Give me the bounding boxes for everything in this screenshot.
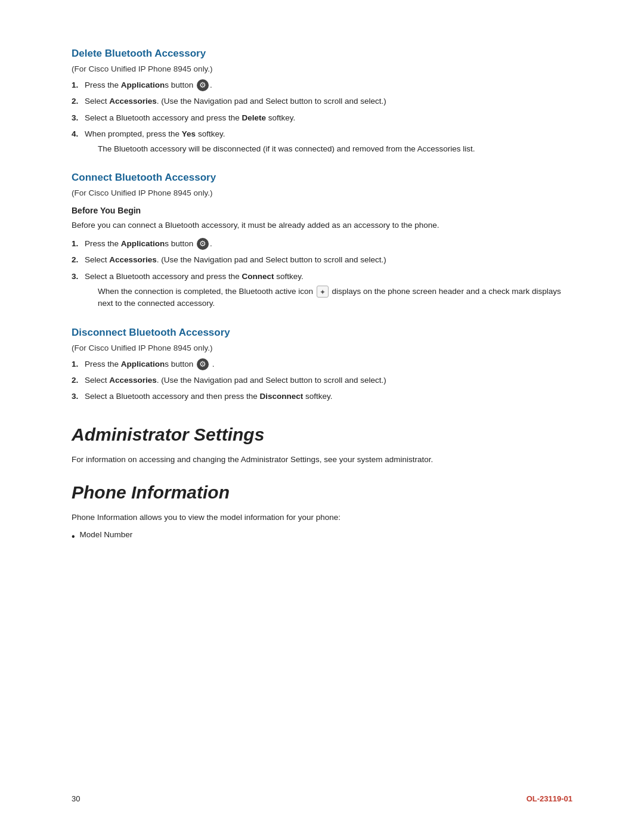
disconnect-step-2: 2. Select Accessories. (Use the Navigati… [72, 374, 572, 386]
disconnect-step-2-num: 2. [72, 374, 85, 386]
disconnect-step-3-content: Select a Bluetooth accessory and then pr… [85, 391, 572, 402]
delete-step-2-num: 2. [72, 95, 85, 107]
connect-step-2: 2. Select Accessories. (Use the Navigati… [72, 254, 572, 266]
page-footer: 30 OL-23119-01 [72, 794, 572, 803]
phone-info-body: Phone Information allows you to view the… [72, 511, 572, 524]
disconnect-step-1-num: 1. [72, 358, 85, 370]
delete-bluetooth-heading: Delete Bluetooth Accessory [72, 48, 572, 60]
phone-info-section: Phone Information Phone Information allo… [72, 482, 572, 543]
delete-step-2-content: Select Accessories. (Use the Navigation … [85, 95, 572, 107]
delete-bluetooth-section: Delete Bluetooth Accessory (For Cisco Un… [72, 48, 572, 155]
connect-step-1-content: Press the Applications button . [85, 238, 572, 250]
before-you-begin-heading: Before You Begin [72, 206, 572, 215]
connect-note: When the connection is completed, the Bl… [98, 286, 572, 310]
delete-step-4: 4. When prompted, press the Yes softkey.… [72, 128, 572, 156]
delete-step-3: 3. Select a Bluetooth accessory and pres… [72, 112, 572, 124]
disconnect-step-1-content: Press the Applications button . [85, 358, 572, 370]
phone-info-heading: Phone Information [72, 482, 572, 503]
disconnect-bluetooth-heading: Disconnect Bluetooth Accessory [72, 327, 572, 339]
bluetooth-active-icon: ✦ [317, 286, 329, 298]
connect-step-1: 1. Press the Applications button . [72, 238, 572, 250]
disconnect-bluetooth-section: Disconnect Bluetooth Accessory (For Cisc… [72, 327, 572, 403]
apps-icon-connect-1 [197, 238, 209, 250]
delete-step-4-content: When prompted, press the Yes softkey. Th… [85, 128, 572, 156]
delete-step-1-num: 1. [72, 79, 85, 91]
disconnect-steps-list: 1. Press the Applications button . 2. Se… [72, 358, 572, 403]
connect-for-note: (For Cisco Unified IP Phone 8945 only.) [72, 188, 572, 197]
footer-page-number: 30 [72, 794, 80, 803]
disconnect-step-2-content: Select Accessories. (Use the Navigation … [85, 374, 572, 386]
connect-step-2-num: 2. [72, 254, 85, 266]
connect-bluetooth-section: Connect Bluetooth Accessory (For Cisco U… [72, 172, 572, 309]
delete-step-2: 2. Select Accessories. (Use the Navigati… [72, 95, 572, 107]
disconnect-step-3: 3. Select a Bluetooth accessory and then… [72, 391, 572, 402]
disconnect-step-1: 1. Press the Applications button . [72, 358, 572, 370]
phone-info-model-number: Model Number [72, 530, 572, 543]
apps-icon-delete-1 [197, 79, 209, 91]
footer-doc-number: OL-23119-01 [527, 794, 572, 803]
connect-step-2-content: Select Accessories. (Use the Navigation … [85, 254, 572, 266]
phone-info-model-number-text: Model Number [80, 530, 133, 539]
connect-step-1-num: 1. [72, 238, 85, 250]
delete-for-note: (For Cisco Unified IP Phone 8945 only.) [72, 64, 572, 73]
disconnect-step-3-num: 3. [72, 391, 85, 402]
connect-bluetooth-heading: Connect Bluetooth Accessory [72, 172, 572, 184]
delete-note: The Bluetooth accessory will be disconne… [98, 143, 572, 155]
phone-info-list: Model Number [72, 530, 572, 543]
connect-step-3-content: Select a Bluetooth accessory and press t… [85, 271, 572, 310]
page: Delete Bluetooth Accessory (For Cisco Un… [0, 0, 644, 833]
delete-step-4-num: 4. [72, 128, 85, 140]
delete-step-1: 1. Press the Applications button . [72, 79, 572, 91]
delete-step-3-content: Select a Bluetooth accessory and press t… [85, 112, 572, 124]
admin-settings-section: Administrator Settings For information o… [72, 425, 572, 466]
before-you-begin-body: Before you can connect a Bluetooth acces… [72, 219, 572, 232]
delete-step-3-num: 3. [72, 112, 85, 124]
disconnect-for-note: (For Cisco Unified IP Phone 8945 only.) [72, 343, 572, 352]
apps-icon-disconnect-1 [197, 358, 209, 370]
connect-step-3: 3. Select a Bluetooth accessory and pres… [72, 271, 572, 310]
admin-settings-heading: Administrator Settings [72, 425, 572, 445]
delete-steps-list: 1. Press the Applications button . 2. Se… [72, 79, 572, 155]
admin-settings-body: For information on accessing and changin… [72, 453, 572, 466]
delete-step-1-content: Press the Applications button . [85, 79, 572, 91]
connect-steps-list: 1. Press the Applications button . 2. Se… [72, 238, 572, 310]
connect-step-3-num: 3. [72, 271, 85, 283]
